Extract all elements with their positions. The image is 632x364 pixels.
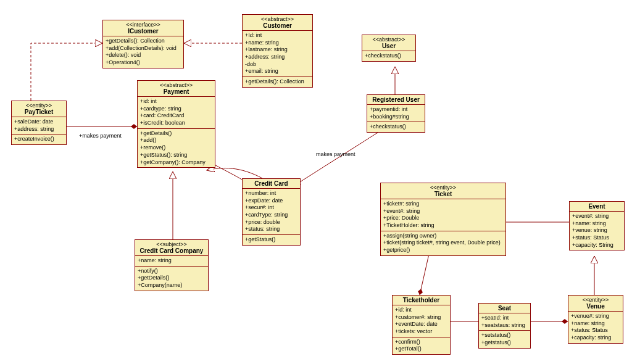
attr: +seatId: int bbox=[481, 315, 528, 322]
class-header: <<abstract>> Payment bbox=[138, 81, 215, 97]
stereotype: <<abstract>> bbox=[365, 36, 413, 43]
attr: +status: Status bbox=[572, 234, 622, 242]
ops-section: +getDetails(): Collection +add(Collectio… bbox=[103, 36, 183, 68]
attr: +card: CreditCard bbox=[140, 112, 212, 120]
attrs-section: +name: string bbox=[135, 256, 208, 267]
ops-section: +getDetails(): Collection bbox=[243, 77, 312, 87]
attr: +secur#: int bbox=[245, 204, 297, 212]
op: +Company(name) bbox=[138, 282, 206, 289]
class-venue: <<entity>> Venue +venue#: string +name: … bbox=[568, 295, 623, 344]
stereotype: <<interface>> bbox=[106, 22, 181, 28]
class-user: <<abstract>> User +checkstatus() bbox=[362, 35, 416, 62]
attr: +status: string bbox=[245, 226, 297, 233]
stereotype: <<entity>> bbox=[571, 297, 620, 303]
attr: +id: int bbox=[395, 307, 447, 314]
attr: +isCredit: boolean bbox=[140, 120, 212, 127]
stereotype: <<abstract>> bbox=[140, 82, 212, 88]
attr: +name: string bbox=[571, 320, 620, 328]
class-header: <<entity>> PayTicket bbox=[12, 101, 66, 117]
class-customer: <<abstract>> Customer +Id: int +name: st… bbox=[242, 14, 313, 88]
op: +add(CollectionDetails): void bbox=[106, 45, 181, 52]
class-name: Ticketholder bbox=[395, 297, 447, 304]
class-header: <<entity>> Venue bbox=[568, 296, 623, 312]
attr: +tickets: vector bbox=[395, 328, 447, 336]
label-makes-payment-2: makes payment bbox=[316, 151, 356, 157]
attr: +TicketHolder: string bbox=[383, 222, 503, 230]
attrs-section: +id: int +cardtype: string +card: Credit… bbox=[138, 97, 215, 129]
ops-section: +setstatus() +getstatus() bbox=[479, 331, 530, 347]
attrs-section: +ticket#: string +event#: string +price:… bbox=[381, 199, 505, 231]
attr: +name: string bbox=[572, 220, 622, 228]
attrs-section: +paymentid: int +booking#string bbox=[367, 105, 425, 122]
class-ticketholder: Ticketholder +id: int +customer#: string… bbox=[392, 295, 451, 355]
class-header: <<entity>> Ticket bbox=[381, 183, 505, 199]
class-creditcard: Credit Card +number: int +expDate: date … bbox=[242, 178, 301, 246]
attr: +Id: int bbox=[245, 32, 310, 39]
op: +ticket(string ticket#, string event, Do… bbox=[383, 239, 503, 247]
class-header: <<abstract>> User bbox=[362, 35, 415, 51]
attr: +expDate: date bbox=[245, 197, 297, 205]
class-name: Payment bbox=[140, 88, 212, 95]
op: +checkstatus() bbox=[370, 123, 422, 131]
ops-section: +confirm() +getTotal() bbox=[393, 337, 450, 354]
attr: +address: string bbox=[245, 54, 310, 61]
class-name: Venue bbox=[571, 303, 620, 310]
attr: +saleDate: date bbox=[14, 118, 64, 126]
stereotype: <<entity>> bbox=[14, 102, 64, 109]
attr: +lastname: string bbox=[245, 46, 310, 54]
op: +notify() bbox=[138, 268, 206, 275]
class-name: Customer bbox=[245, 22, 310, 29]
attr: -dob bbox=[245, 61, 310, 68]
op: +remove() bbox=[140, 144, 212, 152]
op: +Operation4() bbox=[106, 59, 181, 67]
op: +createInvoice() bbox=[14, 136, 64, 143]
class-registereduser: Registered User +paymentid: int +booking… bbox=[367, 94, 425, 133]
op: +getCompany(): Company bbox=[140, 159, 212, 167]
ops-section: +assign(string owner) +ticket(string tic… bbox=[381, 231, 505, 255]
attr: +event#: string bbox=[383, 208, 503, 215]
attrs-section: +venue#: string +name: string +status: S… bbox=[568, 312, 623, 343]
attrs-section: +Id: int +name: string +lastname: string… bbox=[243, 31, 312, 77]
ops-section: +getDetails() +add() +remove() +getStatu… bbox=[138, 129, 215, 167]
attrs-section: +event#: string +name: string +venue: st… bbox=[570, 212, 624, 250]
ops-section: +createInvoice() bbox=[12, 134, 66, 144]
stereotype: <<entity>> bbox=[383, 184, 503, 191]
attrs-section: +saleDate: date +address: string bbox=[12, 117, 66, 134]
attr: +venue: string bbox=[572, 227, 622, 234]
attr: +seatstaus: string bbox=[481, 322, 528, 329]
class-header: Credit Card bbox=[243, 179, 300, 189]
attr: +capacity: string bbox=[571, 334, 620, 342]
class-header: Event bbox=[570, 202, 624, 212]
attr: +name: string bbox=[138, 257, 206, 265]
attr: +paymentid: int bbox=[370, 106, 422, 114]
attr: +status: Status bbox=[571, 327, 620, 334]
op: +add() bbox=[140, 137, 212, 144]
class-name: Event bbox=[572, 203, 622, 210]
attrs-section: +seatId: int +seatstaus: string bbox=[479, 313, 530, 331]
attr: +address: string bbox=[14, 126, 64, 133]
ops-section: +getStatus() bbox=[243, 235, 300, 245]
attr: +name: string bbox=[245, 39, 310, 47]
op: +getprice() bbox=[383, 247, 503, 254]
class-name: Registered User bbox=[370, 96, 422, 103]
class-seat: Seat +seatId: int +seatstaus: string +se… bbox=[478, 303, 531, 349]
class-header: <<subject>> Credit Card Company bbox=[135, 240, 208, 256]
ops-section: +checkstatus() bbox=[367, 122, 425, 132]
class-name: ICustomer bbox=[106, 28, 181, 35]
attr: +event#: string bbox=[572, 213, 622, 220]
ops-section: +notify() +getDetails() +Company(name) bbox=[135, 267, 208, 291]
attr: +id: int bbox=[140, 98, 212, 105]
attr: +customer#: string bbox=[395, 314, 447, 321]
op: +getTotal() bbox=[395, 345, 447, 353]
op: +getStatus(): string bbox=[140, 152, 212, 159]
attr: +cardtype: string bbox=[140, 105, 212, 113]
op: +confirm() bbox=[395, 339, 447, 346]
attr: +capacity: String bbox=[572, 242, 622, 249]
class-icustomer: <<interface>> ICustomer +getDetails(): C… bbox=[102, 20, 184, 68]
label-makes-payment-1: +makes payment bbox=[79, 133, 122, 139]
class-header: Registered User bbox=[367, 95, 425, 105]
op: +getStatus() bbox=[245, 236, 297, 244]
class-creditcardcompany: <<subject>> Credit Card Company +name: s… bbox=[135, 239, 209, 291]
class-name: PayTicket bbox=[14, 109, 64, 115]
attr: +email: string bbox=[245, 68, 310, 75]
